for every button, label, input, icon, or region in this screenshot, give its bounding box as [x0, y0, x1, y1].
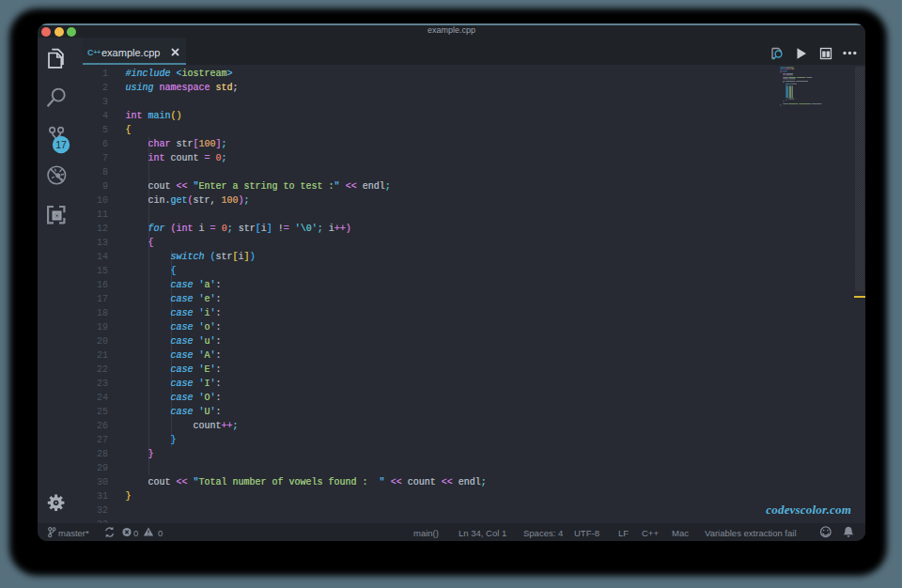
svg-text:17: 17	[55, 139, 67, 150]
